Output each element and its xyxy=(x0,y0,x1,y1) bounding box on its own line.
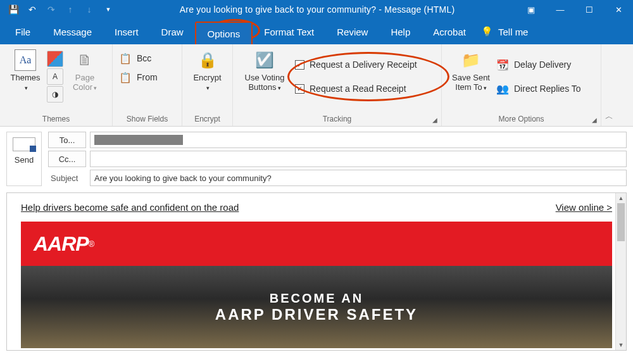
theme-fonts-icon[interactable]: A xyxy=(47,68,63,85)
ribbon-display-icon[interactable]: ▣ xyxy=(517,0,546,19)
send-label: Send xyxy=(15,155,34,165)
group-label-tracking: Tracking xyxy=(233,115,441,126)
brand-banner: AARP® xyxy=(21,222,612,266)
group-show-fields: 📋 Bcc 📋 From Show Fields xyxy=(113,44,182,126)
title-bar: 💾 ↶ ↷ ↑ ↓ ▼ Are you looking to give back… xyxy=(0,0,633,19)
tab-file[interactable]: File xyxy=(4,19,42,44)
close-icon[interactable]: ✕ xyxy=(604,0,633,19)
encrypt-button[interactable]: 🔒 Encrypt▾ xyxy=(189,48,226,92)
more-options-dialog-launcher[interactable]: ◢ xyxy=(592,116,597,123)
themes-button[interactable]: Aa Themes▾ xyxy=(6,48,44,92)
request-read-receipt[interactable]: ✓ Request a Read Receipt xyxy=(295,81,417,96)
theme-effects-icon[interactable]: ◑ xyxy=(47,86,63,103)
help-drivers-link[interactable]: Help drivers become safe and confident o… xyxy=(21,202,239,213)
save-sent-icon: 📁 xyxy=(460,49,482,71)
group-label-show-fields: Show Fields xyxy=(113,115,182,126)
bcc-button[interactable]: 📋 Bcc xyxy=(119,51,151,66)
vertical-scrollbar[interactable]: ▲ ▼ xyxy=(615,193,626,350)
tab-format-text[interactable]: Format Text xyxy=(253,19,325,44)
aarp-logo: AARP xyxy=(34,232,89,256)
cc-button[interactable]: Cc... xyxy=(48,151,86,167)
use-voting-buttons[interactable]: ☑️ Use Voting Buttons▾ xyxy=(239,48,290,92)
redacted-recipient xyxy=(94,135,183,145)
theme-quick-buttons: A ◑ xyxy=(47,48,63,103)
scroll-up-icon[interactable]: ▲ xyxy=(616,193,626,203)
view-online-link[interactable]: View online > xyxy=(556,202,612,213)
ribbon: Aa Themes▾ A ◑ 🗎 Page Color▾ Themes 📋 Bc… xyxy=(0,44,633,127)
group-more-options: 📁 Save Sent Item To▾ 📆 Delay Delivery 👥 … xyxy=(442,44,601,126)
request-delivery-receipt[interactable]: ✓ Request a Delivery Receipt xyxy=(295,57,417,72)
message-body-area[interactable]: Help drivers become safe and confident o… xyxy=(6,192,627,351)
maximize-icon[interactable]: ☐ xyxy=(575,0,604,19)
tab-help[interactable]: Help xyxy=(379,19,422,44)
save-icon[interactable]: 💾 xyxy=(4,0,23,19)
send-button[interactable]: Send xyxy=(6,132,42,186)
tab-acrobat[interactable]: Acrobat xyxy=(422,19,477,44)
tab-insert[interactable]: Insert xyxy=(103,19,150,44)
tab-draw[interactable]: Draw xyxy=(150,19,195,44)
lightbulb-icon: 💡 xyxy=(481,26,493,37)
delay-delivery-icon: 📆 xyxy=(496,58,509,71)
quick-access-toolbar: 💾 ↶ ↷ ↑ ↓ ▼ xyxy=(0,0,118,19)
window-controls: ▣ — ☐ ✕ xyxy=(517,0,633,19)
next-item-icon[interactable]: ↓ xyxy=(80,0,99,19)
theme-colors-icon[interactable] xyxy=(47,51,63,67)
direct-replies-to-button[interactable]: 👥 Direct Replies To xyxy=(496,81,581,96)
scroll-down-icon[interactable]: ▼ xyxy=(616,340,626,350)
group-label-themes: Themes xyxy=(0,115,112,126)
delay-delivery-button[interactable]: 📆 Delay Delivery xyxy=(496,57,581,72)
from-button[interactable]: 📋 From xyxy=(119,70,158,85)
group-tracking: ☑️ Use Voting Buttons▾ ✓ Request a Deliv… xyxy=(233,44,442,126)
minimize-icon[interactable]: — xyxy=(546,0,575,19)
checkbox-checked-icon[interactable]: ✓ xyxy=(295,60,304,70)
subject-field[interactable]: Are you looking to give back to your com… xyxy=(90,170,627,186)
undo-icon[interactable]: ↶ xyxy=(23,0,42,19)
save-sent-item-to-button[interactable]: 📁 Save Sent Item To▾ xyxy=(448,48,494,92)
group-label-encrypt: Encrypt xyxy=(182,115,232,126)
compose-header: Send To... Cc... Subject Are you looking… xyxy=(0,127,633,186)
tab-message[interactable]: Message xyxy=(42,19,103,44)
themes-icon: Aa xyxy=(15,49,36,71)
page-color-button[interactable]: 🗎 Page Color▾ xyxy=(66,48,104,92)
lock-icon: 🔒 xyxy=(197,49,218,71)
qat-customize-icon[interactable]: ▼ xyxy=(99,0,118,19)
subject-label: Subject xyxy=(48,173,86,183)
tracking-dialog-launcher[interactable]: ◢ xyxy=(432,116,437,123)
group-themes: Aa Themes▾ A ◑ 🗎 Page Color▾ Themes xyxy=(0,44,113,126)
cc-field[interactable] xyxy=(90,151,627,167)
scrollbar-thumb[interactable] xyxy=(617,203,625,241)
to-field[interactable] xyxy=(90,132,627,148)
hero-line2: AARP DRIVER SAFETY xyxy=(215,306,418,323)
previous-item-icon[interactable]: ↑ xyxy=(61,0,80,19)
from-icon: 📋 xyxy=(119,71,132,84)
ribbon-tabs: File Message Insert Draw Options Format … xyxy=(0,19,633,44)
group-label-more-options: More Options xyxy=(442,115,601,126)
page-color-icon: 🗎 xyxy=(74,49,96,71)
direct-replies-icon: 👥 xyxy=(496,82,509,95)
tab-review[interactable]: Review xyxy=(325,19,379,44)
collapse-ribbon-icon[interactable]: ︿ xyxy=(601,44,617,126)
group-encrypt: 🔒 Encrypt▾ Encrypt xyxy=(182,44,233,126)
hero-line1: BECOME AN xyxy=(270,291,363,306)
hero-image: BECOME AN AARP DRIVER SAFETY xyxy=(21,266,612,348)
redo-icon[interactable]: ↷ xyxy=(42,0,61,19)
send-icon xyxy=(13,137,35,151)
to-button[interactable]: To... xyxy=(48,132,86,148)
tab-options[interactable]: Options xyxy=(195,22,253,44)
checkbox-checked-icon[interactable]: ✓ xyxy=(295,84,304,94)
window-title: Are you looking to give back to your com… xyxy=(118,4,517,15)
bcc-icon: 📋 xyxy=(119,52,132,65)
tell-me-search[interactable]: 💡 Tell me xyxy=(481,19,529,44)
voting-icon: ☑️ xyxy=(254,49,275,71)
